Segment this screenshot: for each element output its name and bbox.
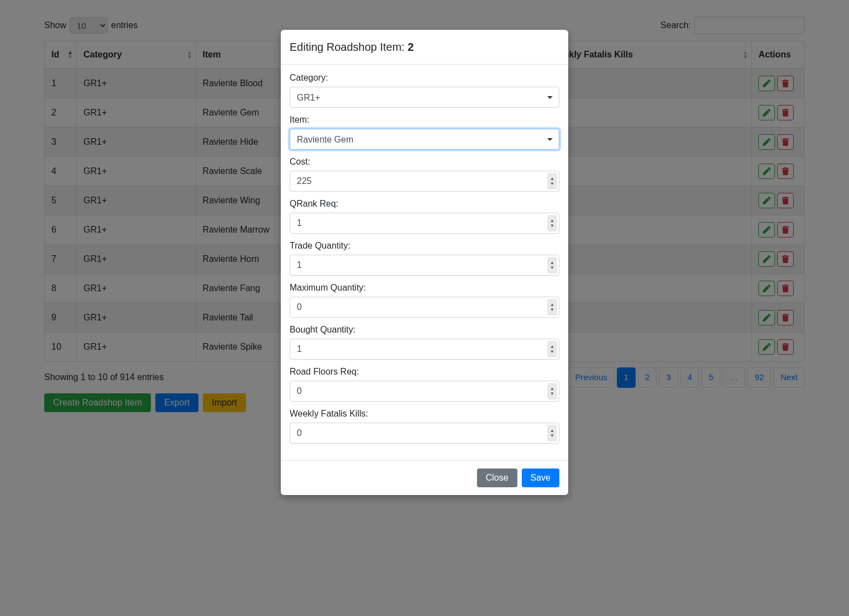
spinner-icon[interactable]: ▲▼ [547, 425, 557, 434]
bought-input[interactable] [290, 339, 559, 360]
spinner-icon[interactable]: ▲▼ [547, 173, 557, 189]
road-input[interactable] [290, 381, 559, 402]
spinner-icon[interactable]: ▲▼ [547, 341, 557, 357]
max-input[interactable] [290, 297, 559, 318]
fatalis-input[interactable] [290, 423, 559, 434]
cost-input[interactable] [290, 171, 559, 192]
cost-label: Cost: [290, 155, 559, 169]
item-select[interactable]: Raviente Gem [290, 129, 559, 150]
modal-title: Editing Roadshop Item: 2 [290, 39, 559, 55]
spinner-icon[interactable]: ▲▼ [547, 257, 557, 273]
bought-label: Bought Quantity: [290, 323, 559, 336]
category-select[interactable]: GR1+ [290, 87, 559, 108]
max-label: Maximum Quantity: [290, 281, 559, 294]
trade-input[interactable] [290, 255, 559, 276]
qrank-label: QRank Req: [290, 197, 559, 210]
item-label: Item: [290, 113, 559, 127]
edit-modal: Editing Roadshop Item: 2 Category: GR1+ … [281, 30, 568, 434]
trade-label: Trade Quantity: [290, 239, 559, 252]
spinner-icon[interactable]: ▲▼ [547, 383, 557, 399]
qrank-input[interactable] [290, 213, 559, 234]
modal-header: Editing Roadshop Item: 2 [281, 30, 568, 65]
road-label: Road Floors Req: [290, 365, 559, 378]
spinner-icon[interactable]: ▲▼ [547, 299, 557, 315]
category-label: Category: [290, 71, 559, 85]
spinner-icon[interactable]: ▲▼ [547, 215, 557, 231]
fatalis-label: Weekly Fatalis Kills: [290, 407, 559, 420]
